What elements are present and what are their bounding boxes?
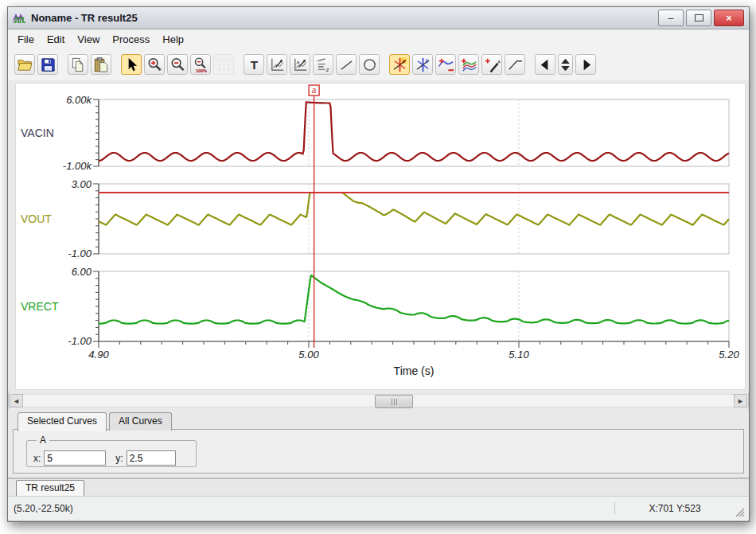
status-coordinates: (5.20,-22.50k): [14, 503, 73, 514]
menu-file[interactable]: File: [11, 31, 41, 48]
cursor-b-icon: b: [415, 57, 431, 73]
page-spinner-button[interactable]: [558, 54, 573, 75]
cursor-b-button[interactable]: b: [412, 54, 433, 75]
zoom-in-button[interactable]: [144, 54, 165, 75]
title-bar[interactable]: Noname - TR result25 – ×: [8, 7, 749, 29]
add-remove-curve-icon: [438, 57, 454, 73]
page-spinner-icon: [557, 57, 574, 73]
text-button[interactable]: T: [244, 54, 264, 75]
select-icon: [123, 57, 140, 73]
cursor-a-flag-label: a: [312, 86, 317, 95]
cursor-x-label: x:: [33, 453, 41, 464]
x-tick-label: 5.00: [298, 349, 319, 361]
cursor-x-input[interactable]: [44, 450, 106, 466]
scale-curve-button[interactable]: a: [290, 54, 310, 75]
x-axis-title: Time (s): [394, 364, 435, 377]
zoom-out-button[interactable]: [167, 54, 188, 75]
plot-frame-vrect: [99, 271, 729, 341]
add-curves-icon: [461, 57, 477, 73]
maximize-button[interactable]: [686, 10, 711, 26]
x-tick-label: 5.10: [509, 349, 529, 361]
toolbar: 100%Tazab: [8, 49, 749, 81]
menu-help[interactable]: Help: [156, 31, 190, 48]
zoom-100-button[interactable]: 100%: [190, 54, 211, 75]
y-bottom-label-vacin: -1.00k: [63, 160, 93, 172]
app-window: Noname - TR result25 – × FileEditViewPro…: [7, 6, 750, 522]
waveform-panel[interactable]: 6.00k-1.00kVACIN3.00-1.00VOUT6.00-1.00VR…: [15, 83, 746, 390]
grid-button[interactable]: [213, 54, 234, 75]
legend-button[interactable]: z: [313, 54, 333, 75]
next-page-icon: [578, 57, 594, 73]
chart-area: 6.00k-1.00kVACIN3.00-1.00VOUT6.00-1.00VR…: [8, 80, 749, 392]
ellipse-button[interactable]: [359, 54, 380, 75]
scrollbar-thumb[interactable]: [375, 395, 413, 408]
menu-view[interactable]: View: [71, 31, 106, 48]
slope-button[interactable]: [505, 54, 525, 75]
prev-page-button[interactable]: [535, 54, 555, 75]
y-bottom-label-vrect: -1.00: [68, 335, 92, 347]
cursor-y-input[interactable]: [127, 450, 176, 466]
open-icon: [17, 57, 33, 73]
add-remove-curve-button[interactable]: [435, 54, 456, 75]
menu-process[interactable]: Process: [106, 31, 156, 48]
zoom-100-icon: 100%: [193, 57, 209, 73]
slope-icon: [507, 57, 524, 73]
sheet-tab-tr-result25[interactable]: TR result25: [16, 480, 84, 497]
tab-all-curves[interactable]: All Curves: [109, 412, 172, 431]
legend-icon: z: [315, 57, 332, 73]
svg-text:T: T: [250, 57, 258, 71]
grid-icon: [216, 57, 232, 73]
cursor-group-label: A: [37, 435, 49, 446]
open-button[interactable]: [14, 54, 35, 75]
cursor-y-label: y:: [115, 453, 123, 464]
scroll-left-icon: ◄: [13, 397, 20, 405]
signal-label-vout: VOUT: [21, 212, 52, 225]
text-icon: T: [246, 57, 263, 73]
next-page-button[interactable]: [575, 54, 596, 75]
resize-grip[interactable]: [735, 507, 746, 518]
save-button[interactable]: [37, 54, 58, 75]
tab-selected-curves[interactable]: Selected Curves: [18, 412, 107, 431]
scale-curve-icon: a: [292, 57, 309, 73]
zoom-in-icon: [146, 57, 163, 73]
paste-icon: [93, 57, 110, 73]
y-top-label-vacin: 6.00k: [66, 94, 92, 106]
scroll-left-button[interactable]: ◄: [10, 394, 23, 407]
curve-vrect[interactable]: [99, 275, 729, 324]
close-button[interactable]: ×: [714, 10, 744, 26]
horizontal-scrollbar[interactable]: ◄ ►: [10, 394, 747, 407]
copy-icon: [70, 57, 87, 73]
add-point-button[interactable]: [481, 54, 502, 75]
scrollbar-track[interactable]: [23, 394, 734, 407]
prev-page-icon: [537, 57, 554, 73]
cursor-a-button[interactable]: a: [389, 54, 410, 75]
maximize-icon: [695, 14, 703, 21]
svg-text:b: b: [425, 57, 428, 64]
menu-edit[interactable]: Edit: [41, 31, 71, 48]
scroll-right-button[interactable]: ►: [734, 394, 747, 407]
y-top-label-vrect: 6.00: [72, 266, 92, 278]
x-tick-label: 4.90: [88, 349, 109, 361]
y-top-label-vout: 3.00: [72, 178, 92, 190]
curves-panel: Selected Curves All Curves A x: y:: [8, 409, 749, 478]
paste-button[interactable]: [91, 54, 111, 75]
curve-vout[interactable]: [99, 193, 729, 225]
ellipse-icon: [361, 57, 378, 73]
add-curves-button[interactable]: [458, 54, 479, 75]
x-tick-label: 5.20: [719, 349, 739, 361]
line-button[interactable]: [336, 54, 357, 75]
signal-label-vrect: VRECT: [21, 300, 59, 313]
scale-axes-button[interactable]: [267, 54, 287, 75]
selected-curves-pane: A x: y:: [13, 429, 744, 474]
copy-button[interactable]: [68, 54, 88, 75]
minimize-button[interactable]: –: [658, 10, 684, 26]
app-logo-icon: [13, 12, 27, 25]
status-bar: (5.20,-22.50k) X:701 Y:523: [8, 496, 749, 520]
signal-label-vacin: VACIN: [21, 127, 54, 139]
cursor-a-group: A x: y:: [26, 435, 197, 467]
menu-bar: FileEditViewProcessHelp: [8, 29, 749, 49]
sheet-tab-row: TR result25: [8, 478, 749, 497]
select-button[interactable]: [121, 54, 142, 75]
curve-vacin[interactable]: [99, 102, 729, 161]
status-pixel-position: X:701 Y:523: [615, 503, 735, 514]
